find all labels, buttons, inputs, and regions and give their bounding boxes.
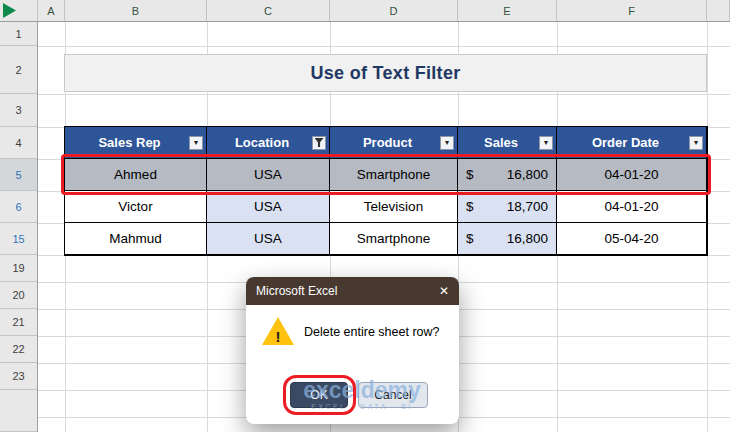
dropdown-arrow-icon: ▾: [445, 138, 449, 147]
row-header-5[interactable]: 5: [0, 159, 37, 191]
dialog-title: Microsoft Excel: [256, 284, 337, 298]
gridline: [38, 94, 730, 95]
currency-symbol: $: [466, 231, 474, 246]
cell-sales-rep[interactable]: Victor: [65, 191, 207, 223]
cell-order-date[interactable]: 04-01-20: [557, 191, 707, 223]
close-icon[interactable]: ✕: [439, 284, 449, 298]
gridline: [38, 46, 730, 47]
header-label: Sales Rep: [98, 135, 160, 150]
column-header-e[interactable]: E: [458, 0, 557, 21]
row-header-20[interactable]: 20: [0, 282, 37, 309]
warning-icon: !: [262, 317, 294, 345]
cell-product[interactable]: Smartphone: [330, 159, 458, 191]
cell-sales[interactable]: $ 16,800: [458, 223, 557, 255]
cell-sales-rep[interactable]: Mahmud: [65, 223, 207, 255]
cancel-button[interactable]: Cancel: [358, 382, 428, 408]
table-header-sales[interactable]: Sales ▾: [458, 127, 557, 159]
header-label: Product: [363, 135, 412, 150]
cell-location[interactable]: USA: [207, 191, 330, 223]
dropdown-arrow-icon: ▾: [544, 138, 548, 147]
header-label: Order Date: [592, 135, 659, 150]
table-header-sales-rep[interactable]: Sales Rep ▾: [65, 127, 207, 159]
column-header-d[interactable]: D: [330, 0, 458, 21]
column-header-strip: A B C D E F: [0, 0, 730, 22]
row-header-strip: 1 2 3 4 5 6 15 19 20 21 22 23: [0, 22, 38, 432]
cell-sales[interactable]: $ 18,700: [458, 191, 557, 223]
column-header-c[interactable]: C: [207, 0, 330, 21]
cell-location[interactable]: USA: [207, 223, 330, 255]
row-header-19[interactable]: 19: [0, 255, 37, 282]
column-header-partial[interactable]: [707, 0, 730, 21]
dialog-message: Delete entire sheet row?: [304, 325, 440, 339]
currency-symbol: $: [466, 199, 474, 214]
header-label: Location: [235, 135, 289, 150]
warning-exclamation: !: [262, 328, 294, 345]
data-table: Sales Rep ▾ Location Product ▾ Sales ▾ O…: [64, 126, 708, 256]
cell-order-date[interactable]: 05-04-20: [557, 223, 707, 255]
row-header-1[interactable]: 1: [0, 22, 37, 46]
table-header-order-date[interactable]: Order Date ▾: [557, 127, 707, 159]
row-header-3[interactable]: 3: [0, 94, 37, 127]
filter-dropdown-button-active[interactable]: [312, 136, 326, 150]
filter-dropdown-button[interactable]: ▾: [440, 136, 454, 150]
row-header-4[interactable]: 4: [0, 127, 37, 159]
table-header-product[interactable]: Product ▾: [330, 127, 458, 159]
row-header-partial[interactable]: [0, 390, 37, 432]
select-all-corner[interactable]: [0, 0, 38, 21]
row-header-2[interactable]: 2: [0, 46, 37, 94]
row-header-6[interactable]: 6: [0, 191, 37, 223]
cell-product[interactable]: Television: [330, 191, 458, 223]
column-header-b[interactable]: B: [65, 0, 207, 21]
cell-sales-rep[interactable]: Ahmed: [65, 159, 207, 191]
excel-warning-dialog: Microsoft Excel ✕ ! Delete entire sheet …: [246, 277, 459, 424]
row-header-15[interactable]: 15: [0, 223, 37, 255]
sales-amount: 16,800: [507, 167, 548, 182]
row-header-22[interactable]: 22: [0, 336, 37, 363]
filter-dropdown-button[interactable]: ▾: [539, 136, 553, 150]
dialog-titlebar[interactable]: Microsoft Excel ✕: [246, 277, 459, 305]
filter-dropdown-button[interactable]: ▾: [689, 136, 703, 150]
table-header-location[interactable]: Location: [207, 127, 330, 159]
dropdown-arrow-icon: ▾: [194, 138, 198, 147]
cell-product[interactable]: Smartphone: [330, 223, 458, 255]
currency-symbol: $: [466, 167, 474, 182]
column-header-f[interactable]: F: [557, 0, 707, 21]
sheet-title-cell[interactable]: Use of Text Filter: [64, 54, 707, 92]
filter-dropdown-button[interactable]: ▾: [189, 136, 203, 150]
filter-funnel-icon: [315, 138, 324, 147]
cell-location[interactable]: USA: [207, 159, 330, 191]
select-all-triangle-icon: [3, 3, 16, 18]
header-label: Sales: [484, 135, 518, 150]
ok-button[interactable]: OK: [290, 382, 348, 408]
sales-amount: 18,700: [507, 199, 548, 214]
column-header-a[interactable]: A: [38, 0, 65, 21]
row-header-23[interactable]: 23: [0, 363, 37, 390]
cell-sales[interactable]: $ 16,800: [458, 159, 557, 191]
sales-amount: 16,800: [507, 231, 548, 246]
dropdown-arrow-icon: ▾: [694, 138, 698, 147]
excel-window: A B C D E F 1 2 3 4 5 6 15 19 20 21 22 2…: [0, 0, 730, 432]
cell-order-date[interactable]: 04-01-20: [557, 159, 707, 191]
row-header-21[interactable]: 21: [0, 309, 37, 336]
